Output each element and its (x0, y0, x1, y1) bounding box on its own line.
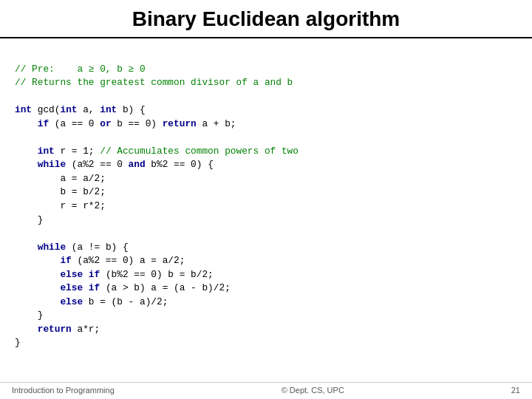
comment-line2: // Returns the greatest common divisor o… (15, 77, 293, 88)
code-line4: int r = 1; // Accumulates common powers … (15, 146, 299, 157)
footer-center: © Dept. CS, UPC (282, 386, 344, 395)
code-line9: } (15, 214, 43, 225)
code-line6: a = a/2; (15, 173, 106, 184)
code-line14: else if (a > b) a = (a - b)/2; (15, 282, 231, 293)
content-area: // Pre: a ≥ 0, b ≥ 0 // Returns the grea… (0, 38, 532, 382)
slide-title: Binary Euclidean algorithm (132, 7, 400, 30)
code-line7: b = b/2; (15, 186, 106, 197)
code-line1: int gcd(int a, int b) { (15, 104, 146, 115)
footer-left: Introduction to Programming (12, 386, 115, 395)
code-line12: if (a%2 == 0) a = a/2; (15, 255, 185, 266)
code-line11: while (a != b) { (15, 242, 129, 253)
title-bar: Binary Euclidean algorithm (0, 0, 532, 38)
comment-line1: // Pre: a ≥ 0, b ≥ 0 (15, 64, 146, 75)
footer: Introduction to Programming © Dept. CS, … (0, 382, 532, 399)
code-block: // Pre: a ≥ 0, b ≥ 0 // Returns the grea… (15, 49, 517, 364)
slide: Binary Euclidean algorithm // Pre: a ≥ 0… (0, 0, 532, 399)
code-line2: if (a == 0 or b == 0) return a + b; (15, 118, 236, 129)
code-line17: return a*r; (15, 324, 100, 335)
code-line13: else if (b%2 == 0) b = b/2; (15, 269, 214, 280)
code-line8: r = r*2; (15, 200, 106, 211)
code-line18: } (15, 337, 21, 348)
code-line16: } (15, 310, 43, 321)
footer-right: 21 (511, 386, 520, 395)
code-line15: else b = (b - a)/2; (15, 296, 168, 307)
code-line5: while (a%2 == 0 and b%2 == 0) { (15, 159, 214, 170)
